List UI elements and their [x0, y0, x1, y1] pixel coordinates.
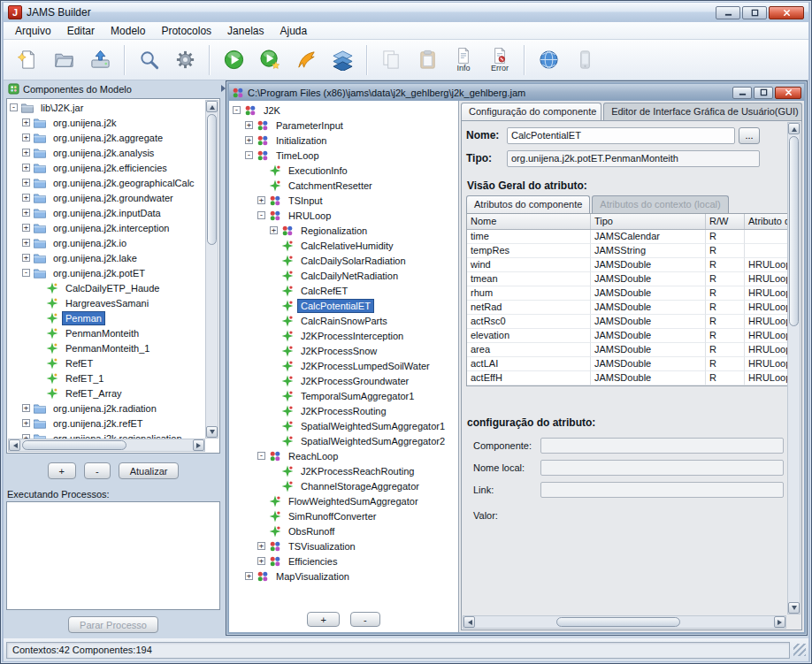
open-model-button[interactable] — [47, 42, 80, 78]
hscrollbar-thumb[interactable] — [556, 617, 680, 627]
component-lib-j2k-jar[interactable]: -lib\J2K.jar — [8, 100, 205, 115]
model-node-executioninfo[interactable]: +ExecutionInfo — [231, 163, 456, 178]
model-remove-button[interactable]: - — [350, 612, 380, 627]
component-name-input[interactable] — [507, 127, 735, 144]
component-penman[interactable]: +Penman — [8, 310, 205, 325]
model-node-j2kprocesslumpedsoilwater[interactable]: +J2KProcessLumpedSoilWater — [231, 358, 456, 373]
model-node-tsvisualization[interactable]: +TSVisualization — [231, 538, 456, 553]
scroll-right-button[interactable] — [774, 616, 785, 628]
menu-protocolos[interactable]: Protocolos — [153, 23, 219, 39]
add-component-button[interactable]: + — [48, 462, 76, 479]
component-org-unijena-j2k-efficiencies[interactable]: +org.unijena.j2k.efficiencies — [8, 160, 205, 175]
config-vscrollbar[interactable] — [787, 122, 801, 614]
expand-toggle-icon[interactable]: + — [245, 572, 253, 580]
run-model-button[interactable] — [217, 42, 250, 78]
model-node-regionalization[interactable]: +Regionalization — [231, 223, 456, 238]
maximize-button[interactable] — [742, 6, 767, 19]
scroll-down-button[interactable] — [206, 426, 218, 438]
resize-grip-icon[interactable] — [793, 644, 806, 656]
attribute-row-acteffh[interactable]: actEffHJAMSDoubleRHRULoop.ac — [467, 371, 789, 385]
attribute-row-tmean[interactable]: tmeanJAMSDoubleRHRULoop.tm — [467, 272, 789, 286]
attribute-row-tempres[interactable]: tempResJAMSStringR — [467, 244, 789, 258]
menu-editar[interactable]: Editar — [59, 23, 103, 39]
collapse-toggle-icon[interactable]: - — [10, 103, 18, 111]
scroll-up-button[interactable] — [206, 101, 218, 112]
maximize-button[interactable] — [754, 87, 773, 99]
model-node-calcdailynetradiation[interactable]: +CalcDailyNetRadiation — [231, 268, 456, 283]
expand-toggle-icon[interactable]: + — [22, 404, 30, 412]
attribute-row-actrsc0[interactable]: actRsc0JAMSDoubleRHRULoop.ac — [467, 315, 789, 329]
component-type-input[interactable] — [507, 150, 760, 167]
expand-toggle-icon[interactable]: + — [22, 419, 30, 427]
minimize-button[interactable] — [716, 6, 740, 19]
model-node-j2kprocesssnow[interactable]: +J2KProcessSnow — [231, 343, 456, 358]
run-model-gui-button[interactable] — [253, 42, 287, 78]
attribute-row-rhum[interactable]: rhumJAMSDoubleRHRULoop.rh — [467, 286, 789, 301]
j2k-arrow-button[interactable] — [289, 42, 323, 78]
attribute-row-time[interactable]: timeJAMSCalendarR — [467, 230, 789, 244]
component-org-unijena-j2k-aggregate[interactable]: +org.unijena.j2k.aggregate — [8, 130, 205, 145]
scroll-down-button[interactable] — [788, 602, 800, 614]
component-org-unijena-j2k-inputdata[interactable]: +org.unijena.j2k.inputData — [8, 205, 205, 220]
model-node-catchmentresetter[interactable]: +CatchmentResetter — [231, 178, 456, 193]
model-node-calcrainsnowparts[interactable]: +CalcRainSnowParts — [231, 313, 456, 328]
scroll-right-button[interactable] — [193, 439, 204, 451]
expand-toggle-icon[interactable]: + — [257, 542, 265, 550]
tab-editor-de-interface-gr-fica-de-usu-rio-gui[interactable]: Editor de Interface Gráfica de Usuário(G… — [603, 103, 802, 120]
scroll-left-button[interactable] — [463, 616, 475, 628]
error-log-button[interactable]: Error — [483, 42, 517, 78]
document-title-bar[interactable]: C:\Program Files (x86)\jams\data\j2k_geh… — [229, 84, 804, 101]
model-node-reachloop[interactable]: -ReachLoop — [231, 448, 456, 463]
model-node-mapvisualization[interactable]: +MapVisualization — [231, 569, 456, 584]
column-header-nome[interactable]: Nome — [467, 214, 591, 229]
expand-toggle-icon[interactable]: + — [22, 224, 30, 232]
attribute-row-netrad[interactable]: netRadJAMSDoubleRHRULoop.ne — [467, 301, 789, 315]
component-org-unijena-j2k-groundwater[interactable]: +org.unijena.j2k.groundwater — [8, 190, 205, 205]
stop-process-button[interactable]: Parar Processo — [68, 616, 158, 633]
model-node-temporalsumaggregator1[interactable]: +TemporalSumAggregator1 — [231, 388, 456, 403]
expand-toggle-icon[interactable]: + — [22, 194, 30, 202]
attribute-row-wind[interactable]: windJAMSDoubleRHRULoop.w — [467, 258, 789, 272]
model-node-parameterinput[interactable]: +ParameterInput — [231, 118, 456, 133]
expand-toggle-icon[interactable]: + — [245, 136, 253, 144]
component-org-unijena-j2k-regionalisation[interactable]: +org.unijena.j2k.regionalisation — [8, 431, 205, 439]
copy-button[interactable] — [374, 42, 408, 78]
expand-toggle-icon[interactable]: + — [22, 209, 30, 217]
model-add-button[interactable]: + — [307, 612, 339, 627]
info-log-button[interactable]: Info — [447, 42, 480, 78]
component-org-unijena-j2k-analysis[interactable]: +org.unijena.j2k.analysis — [8, 145, 205, 160]
model-node-j2kprocessrouting[interactable]: +J2KProcessRouting — [231, 403, 456, 418]
component-org-unijena-j2k-radiation[interactable]: +org.unijena.j2k.radiation — [8, 401, 205, 416]
components-tree-vscrollbar[interactable] — [205, 100, 218, 439]
mobile-button[interactable] — [568, 42, 601, 78]
expand-toggle-icon[interactable]: + — [22, 164, 30, 172]
paste-button[interactable] — [410, 42, 444, 78]
component-refet-array[interactable]: +RefET_Array — [8, 385, 205, 401]
component-penmanmonteith[interactable]: +PenmanMonteith — [8, 325, 205, 340]
field-input-nome-local[interactable] — [540, 460, 784, 476]
model-node-j2kprocessinterception[interactable]: +J2KProcessInterception — [231, 328, 456, 343]
model-node-spatialweightedsumaggregator1[interactable]: +SpatialWeightedSumAggregator1 — [231, 418, 456, 433]
scroll-left-button[interactable] — [9, 439, 20, 451]
model-node-j2k[interactable]: -J2K — [231, 103, 456, 118]
field-input-componente[interactable] — [540, 438, 784, 454]
model-node-calcdailysolarradiation[interactable]: +CalcDailySolarRadiation — [231, 253, 456, 268]
tab-configura-o-do-componente[interactable]: Configuração do componente — [461, 103, 601, 120]
web-button[interactable] — [532, 42, 565, 78]
refresh-components-button[interactable]: Atualizar — [119, 462, 180, 479]
attribute-row-actlai[interactable]: actLAIJAMSDoubleRHRULoop.ac — [467, 357, 789, 371]
model-node-calcrelativehumidity[interactable]: +CalcRelativeHumidity — [231, 238, 456, 253]
model-node-calcpotentialet[interactable]: +CalcPotentialET — [231, 298, 456, 313]
collapse-toggle-icon[interactable]: - — [233, 106, 241, 114]
expand-toggle-icon[interactable]: + — [245, 121, 253, 129]
expand-toggle-icon[interactable]: + — [257, 557, 265, 565]
model-node-simrunoffconverter[interactable]: +SimRunoffConverter — [231, 508, 456, 523]
component-penmanmonteith-1[interactable]: +PenmanMonteith_1 — [8, 340, 205, 355]
component-org-unijena-j2k-refet[interactable]: +org.unijena.j2k.refET — [8, 416, 205, 431]
component-refet-1[interactable]: +RefET_1 — [8, 370, 205, 385]
collapse-toggle-icon[interactable]: - — [257, 452, 265, 460]
component-org-unijena-j2k-io[interactable]: +org.unijena.j2k.io — [8, 235, 205, 250]
hscrollbar-thumb[interactable] — [22, 440, 126, 450]
column-header-r-w[interactable]: R/W — [706, 214, 745, 229]
component-calcdailyetp-haude[interactable]: +CalcDailyETP_Haude — [8, 280, 205, 295]
